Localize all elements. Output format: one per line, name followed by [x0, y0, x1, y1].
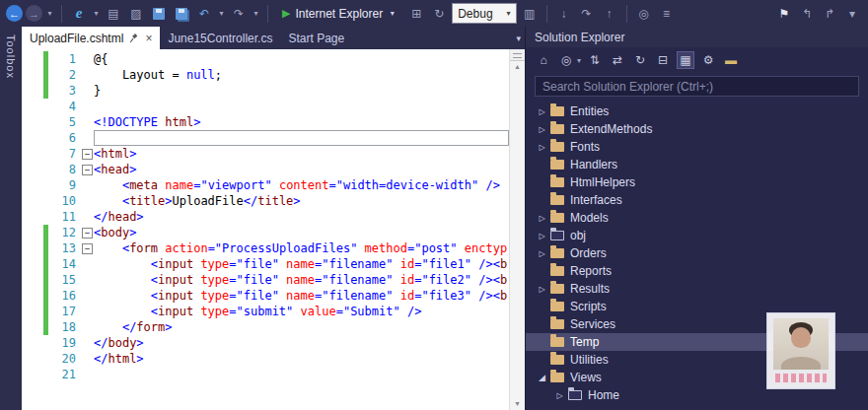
solution-configurations-combo[interactable]: Debug▾ — [452, 3, 516, 24]
step-into-icon[interactable]: ↓ — [554, 4, 574, 24]
code-text[interactable]: <head> — [94, 162, 509, 177]
save-all-icon[interactable] — [172, 4, 191, 24]
editor-tab[interactable]: UploadFile.cshtml× — [22, 27, 160, 49]
breakpoint-margin[interactable] — [22, 319, 43, 335]
breakpoint-margin[interactable] — [22, 256, 43, 272]
code-text[interactable]: </html> — [94, 351, 509, 367]
editor-scrollbar[interactable]: ▲ ▼ — [509, 49, 525, 410]
redo-icon[interactable]: ↷ — [229, 4, 249, 24]
toolbar-options-icon[interactable]: ▾ — [842, 4, 862, 24]
tree-item-home[interactable]: ▷Home — [526, 386, 868, 404]
attach-to-process-icon[interactable]: ⊞ — [406, 4, 426, 24]
code-text[interactable]: <input type="file" name="filename" id="f… — [94, 272, 509, 288]
dropdown-chevron-icon[interactable]: ▾ — [217, 9, 226, 18]
show-all-files-icon[interactable]: ▦ — [677, 51, 694, 69]
code-text[interactable]: </body> — [94, 335, 509, 351]
breakpoint-margin[interactable] — [22, 114, 43, 130]
breakpoint-margin[interactable] — [22, 240, 43, 256]
fold-toggle[interactable]: − — [82, 228, 93, 239]
code-text[interactable]: <input type="file" name="filename" id="f… — [94, 288, 509, 304]
tree-item-entities[interactable]: ▷Entities — [526, 102, 868, 120]
open-file-icon[interactable]: ▨ — [126, 4, 146, 24]
tree-item-interfaces[interactable]: Interfaces — [526, 191, 868, 209]
breakpoint-margin[interactable] — [22, 351, 43, 367]
tree-item-obj[interactable]: ▷obj — [526, 227, 868, 244]
code-text[interactable]: </form> — [94, 319, 509, 335]
home-icon[interactable]: ⌂ — [535, 51, 552, 69]
code-text[interactable]: <input type="file" name="filename" id="f… — [94, 256, 509, 272]
code-text[interactable]: Layout = null; — [94, 67, 509, 83]
breakpoint-margin[interactable] — [22, 225, 43, 240]
undo-icon[interactable]: ↶ — [194, 4, 214, 24]
breakpoint-margin[interactable] — [22, 177, 43, 193]
browse-with-icon[interactable]: e — [69, 4, 89, 24]
code-text[interactable]: <form action="ProcessUploadFiles" method… — [94, 240, 509, 256]
code-text[interactable]: <!DOCTYPE html> — [94, 114, 509, 130]
browser-link-refresh-icon[interactable]: ↻ — [429, 4, 449, 24]
code-text[interactable]: <title>UploadFile</title> — [94, 193, 509, 209]
code-text[interactable] — [94, 367, 509, 382]
code-text[interactable]: <body> — [94, 225, 509, 240]
save-icon[interactable] — [149, 4, 169, 24]
dropdown-chevron-icon[interactable]: ▾ — [252, 9, 260, 18]
tree-item-orders[interactable]: ▷Orders — [526, 244, 868, 262]
tree-item-reports[interactable]: Reports — [526, 262, 868, 280]
code-text[interactable] — [94, 130, 509, 146]
search-input[interactable] — [535, 76, 859, 97]
code-text[interactable]: <html> — [94, 146, 509, 162]
breakpoint-margin[interactable] — [22, 193, 43, 209]
pin-icon[interactable] — [129, 34, 139, 43]
breakpoint-margin[interactable] — [22, 209, 43, 225]
step-over-icon[interactable]: ↷ — [577, 4, 597, 24]
switch-views-icon[interactable]: ◎ — [557, 51, 575, 69]
breakpoint-margin[interactable] — [22, 99, 43, 114]
expand-arrow-icon[interactable]: ▷ — [536, 214, 548, 223]
close-icon[interactable]: × — [145, 34, 152, 43]
previous-bookmark-icon[interactable]: ↰ — [797, 4, 817, 24]
preview-selected-items-icon[interactable]: ▬ — [722, 51, 740, 69]
breakpoint-margin[interactable] — [22, 335, 43, 351]
fold-toggle[interactable]: − — [82, 149, 93, 160]
tree-item-extendmethods[interactable]: ▷ExtendMethods — [526, 120, 868, 138]
expand-arrow-icon[interactable]: ▷ — [536, 232, 548, 240]
editor-tab[interactable]: Start Page — [280, 27, 352, 49]
tree-item-handlers[interactable]: Handlers — [526, 156, 868, 173]
tree-item-htmlhelpers[interactable]: HtmlHelpers — [526, 173, 868, 191]
expand-arrow-icon[interactable]: ▷ — [536, 125, 548, 134]
breakpoint-margin[interactable] — [22, 272, 43, 288]
expand-arrow-icon[interactable]: ▷ — [536, 285, 548, 294]
breakpoint-margin[interactable] — [22, 51, 43, 67]
breakpoint-margin[interactable] — [22, 304, 43, 319]
expand-arrow-icon[interactable]: ◢ — [536, 373, 548, 382]
split-handle[interactable] — [510, 49, 525, 61]
find-in-files-icon[interactable]: ◎ — [634, 4, 654, 24]
breakpoint-margin[interactable] — [22, 83, 43, 99]
dropdown-chevron-icon[interactable]: ▾ — [92, 9, 101, 18]
properties-icon[interactable]: ⚙ — [699, 51, 717, 69]
collapse-all-icon[interactable]: ⊟ — [654, 51, 672, 69]
navigate-backward-icon[interactable]: ← — [6, 5, 23, 22]
navigate-to-icon[interactable]: ≡ — [657, 4, 677, 24]
toggle-bookmark-icon[interactable]: ⚑ — [774, 4, 794, 24]
expand-arrow-icon[interactable]: ▷ — [536, 249, 548, 258]
code-text[interactable]: } — [94, 83, 509, 99]
navigate-forward-icon[interactable]: → — [26, 5, 42, 22]
fold-toggle[interactable]: − — [82, 243, 93, 254]
tree-item-models[interactable]: ▷Models — [526, 209, 868, 227]
code-text[interactable]: <input type="submit" value="Submit" /> — [94, 304, 509, 319]
expand-arrow-icon[interactable]: ▷ — [536, 143, 548, 152]
tab-list-chevron-icon[interactable]: ▾ — [516, 34, 521, 43]
pending-changes-filter-icon[interactable]: ⇅ — [586, 51, 604, 69]
tree-item-results[interactable]: ▷Results — [526, 280, 868, 298]
dropdown-chevron-icon[interactable]: ▾ — [577, 56, 581, 65]
breakpoint-margin[interactable] — [22, 288, 43, 304]
breakpoint-margin[interactable] — [22, 367, 43, 382]
tree-item-fonts[interactable]: ▷Fonts — [526, 138, 868, 156]
fold-toggle[interactable]: − — [82, 165, 93, 175]
scroll-down-icon[interactable]: ▼ — [514, 398, 521, 410]
dropdown-chevron-icon[interactable]: ▾ — [45, 9, 54, 18]
solution-platforms-icon[interactable]: ▥ — [520, 4, 540, 24]
next-bookmark-icon[interactable]: ↱ — [820, 4, 839, 24]
breakpoint-margin[interactable] — [22, 162, 43, 177]
sync-with-active-document-icon[interactable]: ⇄ — [609, 51, 626, 69]
